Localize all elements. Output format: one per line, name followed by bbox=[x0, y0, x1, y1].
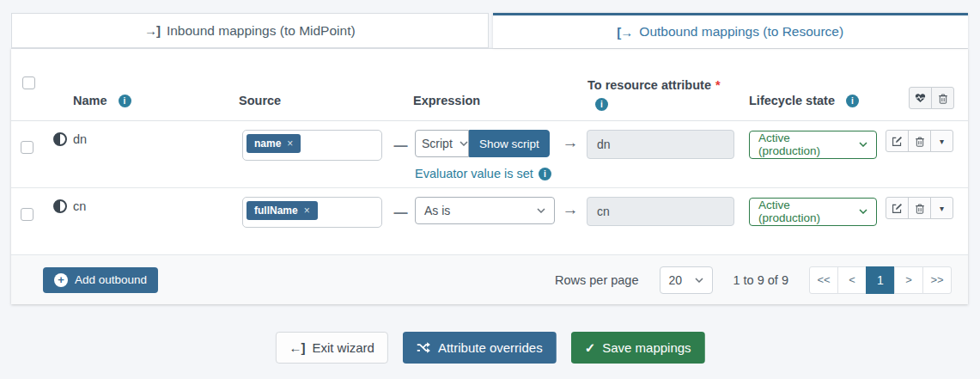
select-all-checkbox[interactable] bbox=[22, 76, 35, 89]
row-menu-button[interactable]: ▾ bbox=[930, 130, 953, 152]
row-menu-button[interactable]: ▾ bbox=[930, 197, 953, 219]
source-chip-label: fullName bbox=[254, 205, 298, 217]
pagination-next-button[interactable]: > bbox=[894, 266, 923, 294]
delete-row-button[interactable] bbox=[908, 130, 931, 152]
arrow-right-icon: → bbox=[558, 188, 582, 254]
trash-icon bbox=[938, 93, 948, 104]
header-to-resource-attribute: To resource attribute * i bbox=[582, 49, 740, 120]
remove-chip-icon[interactable]: × bbox=[304, 205, 310, 217]
row-target-cell: cn bbox=[582, 188, 740, 254]
plus-circle-icon: + bbox=[54, 273, 68, 287]
rows-per-page-value: 20 bbox=[669, 273, 683, 287]
header-source-label: Source bbox=[239, 94, 281, 107]
target-attribute-value: cn bbox=[597, 205, 610, 218]
header-expression-label: Expression bbox=[413, 94, 480, 107]
arrow-right-icon: → bbox=[558, 121, 582, 187]
add-outbound-label: Add outbound bbox=[75, 273, 147, 286]
table-header-row: Name i Source Expression To resource att… bbox=[11, 49, 968, 121]
pagination-page-1-button[interactable]: 1 bbox=[866, 266, 895, 294]
pagination-prev-button[interactable]: < bbox=[837, 266, 867, 294]
row-lifecycle-cell: Active (production) bbox=[740, 121, 886, 187]
row-actions-cell: ▾ bbox=[886, 121, 968, 187]
save-mappings-button[interactable]: ✓ Save mappings bbox=[571, 332, 705, 364]
info-icon[interactable]: i bbox=[846, 95, 859, 107]
chevron-down-icon bbox=[460, 141, 468, 146]
header-name: Name i bbox=[43, 49, 236, 120]
header-spacer-arrow bbox=[558, 49, 582, 120]
exit-wizard-label: Exit wizard bbox=[312, 340, 374, 355]
info-icon[interactable]: i bbox=[539, 168, 551, 180]
lifecycle-value: Active (production) bbox=[758, 131, 852, 157]
delete-row-button[interactable] bbox=[908, 197, 931, 219]
source-input[interactable]: fullName × bbox=[242, 197, 382, 228]
header-name-label: Name bbox=[73, 94, 107, 107]
lifecycle-select[interactable]: Active (production) bbox=[749, 131, 877, 159]
pagination-first-button[interactable]: << bbox=[809, 266, 838, 294]
row-count-text: 1 to 9 of 9 bbox=[733, 273, 789, 287]
header-lifecycle-state: Lifecycle state i bbox=[740, 49, 886, 120]
mappings-card: →] Inbound mappings (to MidPoint) [→ Out… bbox=[11, 13, 968, 304]
chevron-down-icon bbox=[695, 278, 703, 283]
expression-type-select[interactable]: As is bbox=[415, 197, 555, 224]
exit-wizard-button[interactable]: ←] Exit wizard bbox=[275, 332, 388, 364]
arrow-right-to-bracket-icon: →] bbox=[144, 23, 160, 38]
required-asterisk: * bbox=[715, 78, 721, 92]
evaluator-note[interactable]: Evaluator value is set i bbox=[415, 167, 558, 180]
header-lifecycle-label: Lifecycle state bbox=[749, 94, 835, 107]
add-outbound-button[interactable]: + Add outbound bbox=[43, 267, 158, 293]
target-attribute-input: dn bbox=[587, 130, 734, 159]
lifecycle-select[interactable]: Active (production) bbox=[749, 198, 877, 226]
expression-type-value: As is bbox=[424, 204, 450, 217]
row-name-cell: dn bbox=[43, 121, 236, 157]
pen-to-square-icon bbox=[892, 136, 903, 147]
dash-separator: — bbox=[391, 121, 411, 187]
mapping-name: dn bbox=[73, 132, 87, 146]
tab-outbound-label: Outbound mappings (to Resource) bbox=[639, 24, 843, 40]
info-icon[interactable]: i bbox=[595, 98, 608, 111]
attribute-overrides-button[interactable]: Attribute overrides bbox=[403, 332, 557, 364]
bulk-lifecycle-button[interactable] bbox=[909, 87, 932, 109]
expression-type-value: Script bbox=[422, 137, 453, 150]
mapping-strength-icon bbox=[53, 132, 67, 146]
remove-chip-icon[interactable]: × bbox=[287, 138, 293, 150]
pen-to-square-icon bbox=[892, 203, 903, 214]
row-checkbox[interactable] bbox=[21, 208, 33, 221]
save-mappings-label: Save mappings bbox=[602, 340, 691, 355]
mapping-name: cn bbox=[73, 199, 86, 213]
trash-icon bbox=[915, 136, 925, 147]
attribute-overrides-label: Attribute overrides bbox=[438, 340, 543, 355]
row-checkbox-cell bbox=[11, 188, 43, 254]
source-chip: fullName × bbox=[247, 201, 318, 220]
chevron-down-icon bbox=[859, 209, 867, 214]
tab-outbound-mappings[interactable]: [→ Outbound mappings (to Resource) bbox=[493, 13, 969, 48]
edit-row-button[interactable] bbox=[886, 130, 909, 152]
bulk-delete-button[interactable] bbox=[931, 87, 954, 109]
target-attribute-input: cn bbox=[587, 197, 734, 226]
header-checkbox-cell bbox=[11, 49, 43, 120]
show-script-button[interactable]: Show script bbox=[469, 130, 550, 157]
caret-down-icon: ▾ bbox=[940, 137, 944, 146]
edit-row-button[interactable] bbox=[886, 197, 909, 219]
tab-inbound-label: Inbound mappings (to MidPoint) bbox=[167, 23, 356, 39]
header-to-attr-label: To resource attribute bbox=[587, 78, 711, 92]
pagination: << < 1 > >> bbox=[809, 266, 952, 294]
header-spacer-dash bbox=[391, 49, 411, 120]
source-chip-label: name bbox=[254, 138, 281, 150]
mapping-row-cn: cn fullName × — As is → bbox=[11, 188, 968, 255]
rows-per-page-select[interactable]: 20 bbox=[660, 266, 713, 294]
caret-down-icon: ▾ bbox=[940, 204, 944, 213]
heart-pulse-icon bbox=[915, 93, 926, 103]
source-input[interactable]: name × bbox=[242, 130, 382, 161]
rows-per-page-label: Rows per page bbox=[555, 273, 639, 287]
row-checkbox-cell bbox=[11, 121, 43, 187]
tab-inbound-mappings[interactable]: →] Inbound mappings (to MidPoint) bbox=[11, 13, 489, 48]
info-icon[interactable]: i bbox=[119, 95, 131, 107]
expression-type-select[interactable]: Script bbox=[415, 130, 469, 157]
pagination-last-button[interactable]: >> bbox=[922, 266, 952, 294]
table-footer: + Add outbound Rows per page 20 1 to 9 o… bbox=[11, 255, 968, 304]
mapping-row-dn: dn name × — Script bbox=[11, 121, 968, 188]
mapping-strength-icon bbox=[53, 199, 67, 213]
chevron-down-icon bbox=[859, 142, 867, 147]
row-checkbox[interactable] bbox=[21, 141, 33, 154]
check-icon: ✓ bbox=[585, 340, 595, 356]
